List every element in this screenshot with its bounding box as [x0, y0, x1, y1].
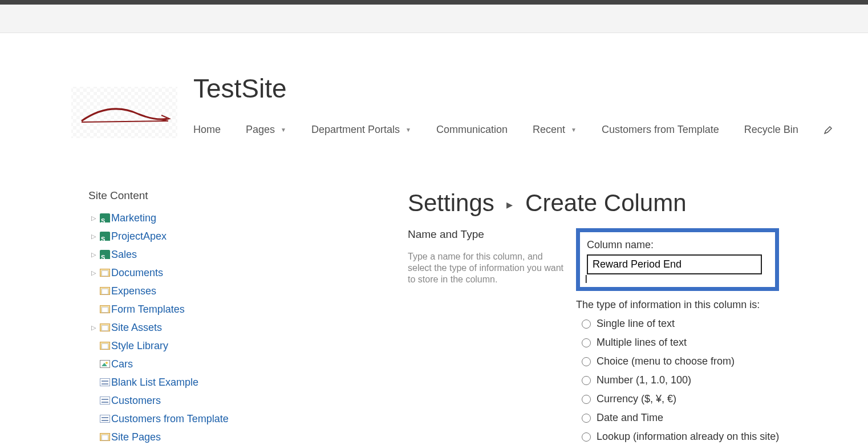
page-title-text: Create Column: [525, 189, 686, 216]
library-icon: [99, 287, 111, 295]
nav-communication[interactable]: Communication: [436, 124, 508, 136]
tree-item-form-templates[interactable]: Form Templates: [88, 300, 322, 318]
radio-input[interactable]: [582, 395, 591, 404]
nav-pages[interactable]: Pages▼: [246, 124, 286, 136]
nav-recycle-bin[interactable]: Recycle Bin: [744, 124, 798, 136]
tree-link[interactable]: Form Templates: [111, 301, 185, 317]
tree-link[interactable]: Site Assets: [111, 319, 162, 335]
site-logo[interactable]: [71, 87, 177, 138]
subsite-icon: [99, 213, 111, 222]
tree-link[interactable]: Style Library: [111, 338, 168, 354]
tree-item-customers-from-template[interactable]: Customers from Template: [88, 410, 322, 428]
type-option-label: Single line of text: [597, 316, 675, 331]
site-header: TestSite Home Pages▼ Department Portals▼…: [0, 33, 868, 138]
nav-label: Communication: [436, 124, 508, 136]
breadcrumb-separator-icon: ▸: [506, 197, 513, 212]
tree-link[interactable]: Marketing: [111, 210, 156, 226]
site-title[interactable]: TestSite: [193, 73, 838, 104]
tree-item-style-library[interactable]: Style Library: [88, 337, 322, 355]
type-option-label: Lookup (information already on this site…: [597, 429, 779, 444]
radio-input[interactable]: [582, 376, 591, 385]
type-option-label: Currency ($, ¥, €): [597, 391, 676, 407]
tree-item-documents[interactable]: ▷Documents: [88, 264, 322, 282]
subsite-icon: [99, 250, 111, 259]
tree-item-cars[interactable]: Cars: [88, 355, 322, 373]
chevron-down-icon: ▼: [405, 127, 411, 133]
column-name-highlight: Column name: I: [576, 228, 779, 291]
expand-icon[interactable]: ▷: [88, 210, 99, 226]
tree-item-site-assets[interactable]: ▷Site Assets: [88, 318, 322, 337]
nav-customers-from-template[interactable]: Customers from Template: [602, 124, 719, 136]
library-icon: [99, 323, 111, 331]
tree-item-customers[interactable]: Customers: [88, 391, 322, 410]
expand-icon[interactable]: ▷: [88, 246, 99, 262]
expand-icon[interactable]: ▷: [88, 228, 99, 244]
top-nav: Home Pages▼ Department Portals▼ Communic…: [193, 124, 838, 138]
type-option-lookup[interactable]: Lookup (information already on this site…: [582, 427, 851, 445]
radio-input[interactable]: [582, 338, 591, 347]
tree-link[interactable]: Site Pages: [111, 429, 161, 445]
text-cursor-icon: I: [585, 273, 588, 286]
column-name-label: Column name:: [587, 239, 768, 251]
list-icon: [99, 378, 111, 386]
page-title: Settings ▸ Create Column: [408, 189, 851, 217]
tree-link[interactable]: Cars: [111, 356, 133, 372]
type-option-choice[interactable]: Choice (menu to choose from): [582, 352, 851, 371]
type-option-label: Number (1, 1.0, 100): [597, 373, 691, 388]
nav-label: Recycle Bin: [744, 124, 798, 136]
type-option-currency[interactable]: Currency ($, ¥, €): [582, 390, 851, 408]
nav-label: Pages: [246, 124, 275, 136]
main-content: Settings ▸ Create Column Name and Type T…: [322, 189, 868, 445]
tree-item-blank-list[interactable]: Blank List Example: [88, 373, 322, 391]
type-option-multiple-lines[interactable]: Multiple lines of text: [582, 333, 851, 352]
library-icon: [99, 269, 111, 277]
chevron-down-icon: ▼: [571, 127, 577, 133]
radio-input[interactable]: [582, 357, 591, 366]
list-icon: [99, 397, 111, 404]
tree-link[interactable]: ProjectApex: [111, 228, 167, 244]
column-name-input[interactable]: [587, 254, 762, 274]
tree-link[interactable]: Expenses: [111, 283, 156, 299]
section-heading: Name and Type: [408, 228, 565, 241]
type-option-number[interactable]: Number (1, 1.0, 100): [582, 371, 851, 390]
sidebar-title: Site Content: [88, 189, 322, 202]
window-top-bar: [0, 0, 868, 5]
tree-link[interactable]: Blank List Example: [111, 374, 198, 390]
radio-input[interactable]: [582, 414, 591, 423]
edit-nav-icon[interactable]: [824, 126, 833, 135]
library-icon: [99, 433, 111, 441]
nav-label: Recent: [533, 124, 565, 136]
nav-label: Home: [193, 124, 221, 136]
tree-item-expenses[interactable]: Expenses: [88, 282, 322, 300]
radio-input[interactable]: [582, 319, 591, 329]
sidebar: Site Content ▷Marketing ▷ProjectApex ▷Sa…: [88, 189, 322, 445]
settings-link[interactable]: Settings: [408, 189, 494, 216]
picture-library-icon: [99, 360, 111, 368]
tree-item-projectapex[interactable]: ▷ProjectApex: [88, 227, 322, 245]
name-and-type-section: Name and Type Type a name for this colum…: [408, 228, 851, 445]
site-content-tree: ▷Marketing ▷ProjectApex ▷Sales ▷Document…: [88, 209, 322, 445]
nav-label: Department Portals: [311, 124, 400, 136]
section-description: Type a name for this column, and select …: [408, 251, 565, 285]
tree-item-marketing[interactable]: ▷Marketing: [88, 209, 322, 227]
tree-link[interactable]: Customers from Template: [111, 411, 229, 427]
tree-link[interactable]: Documents: [111, 265, 163, 281]
expand-icon[interactable]: ▷: [88, 319, 99, 335]
nav-recent[interactable]: Recent▼: [533, 124, 577, 136]
type-option-label: Choice (menu to choose from): [597, 354, 735, 369]
tree-item-sales[interactable]: ▷Sales: [88, 245, 322, 264]
ribbon-area: [0, 5, 868, 33]
column-type-options: Single line of text Multiple lines of te…: [576, 314, 851, 445]
library-icon: [99, 342, 111, 350]
nav-department-portals[interactable]: Department Portals▼: [311, 124, 411, 136]
list-icon: [99, 415, 111, 423]
subsite-icon: [99, 232, 111, 241]
type-option-date-time[interactable]: Date and Time: [582, 408, 851, 427]
tree-item-site-pages[interactable]: Site Pages: [88, 428, 322, 445]
nav-home[interactable]: Home: [193, 124, 221, 136]
radio-input[interactable]: [582, 432, 591, 442]
tree-link[interactable]: Sales: [111, 246, 137, 262]
type-option-single-line[interactable]: Single line of text: [582, 314, 851, 333]
expand-icon[interactable]: ▷: [88, 265, 99, 281]
tree-link[interactable]: Customers: [111, 393, 161, 408]
